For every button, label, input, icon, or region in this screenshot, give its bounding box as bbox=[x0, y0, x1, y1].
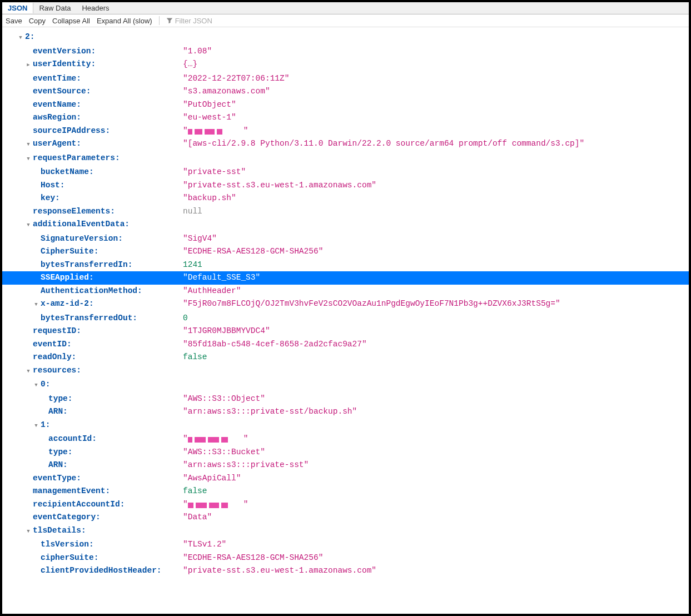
node-recipientAccountId[interactable]: recipientAccountId:"" bbox=[2, 498, 689, 511]
node-x-amz-id-2[interactable]: ▼x-amz-id-2:"F5jR0o7m8FLCOjQ/OJ2TmV3hvFe… bbox=[2, 297, 689, 312]
filter-wrap bbox=[166, 17, 242, 25]
node-tlsDetails[interactable]: ▼tlsDetails: bbox=[2, 524, 689, 539]
node-requestID[interactable]: requestID:"1TJGR0MJBBMYVDC4" bbox=[2, 325, 689, 338]
node-resources-0[interactable]: ▼0: bbox=[2, 378, 689, 393]
node-Host[interactable]: Host:"private-sst.s3.eu-west-1.amazonaws… bbox=[2, 179, 689, 192]
node-eventType[interactable]: eventType:"AwsApiCall" bbox=[2, 472, 689, 485]
value: "arn:aws:s3:::private-sst" bbox=[183, 459, 309, 472]
node-eventCategory[interactable]: eventCategory:"Data" bbox=[2, 511, 689, 524]
value: "PutObject" bbox=[183, 98, 236, 112]
value: "ECDHE-RSA-AES128-GCM-SHA256" bbox=[183, 552, 323, 565]
value: "1.08" bbox=[183, 45, 212, 58]
node-SSEApplied[interactable]: SSEApplied:"Default_SSE_S3" bbox=[2, 271, 689, 285]
tab-raw-data[interactable]: Raw Data bbox=[33, 3, 76, 13]
toolbar-divider bbox=[159, 16, 160, 25]
node-resources-0-type[interactable]: type:"AWS::S3::Object" bbox=[2, 393, 689, 406]
node-clientProvidedHostHeader[interactable]: clientProvidedHostHeader:"private-sst.s3… bbox=[2, 564, 689, 578]
value: "TLSv1.2" bbox=[183, 538, 226, 552]
node-resources-0-ARN[interactable]: ARN:"arn:aws:s3:::private-sst/backup.sh" bbox=[2, 405, 689, 419]
toggle-icon[interactable]: ▼ bbox=[33, 299, 39, 312]
value: "AuthHeader" bbox=[183, 285, 241, 298]
node-key[interactable]: key:"backup.sh" bbox=[2, 192, 689, 205]
toggle-icon[interactable]: ▼ bbox=[26, 153, 31, 166]
json-viewer: JSON Raw Data Headers Save Copy Collapse… bbox=[2, 2, 689, 614]
toggle-icon[interactable]: ▼ bbox=[18, 32, 23, 45]
toggle-icon[interactable]: ▼ bbox=[26, 138, 31, 152]
value-redacted: "" bbox=[183, 498, 248, 511]
value: null bbox=[183, 205, 202, 218]
value: "private-sst.s3.eu-west-1.amazonaws.com" bbox=[183, 564, 376, 578]
toggle-icon[interactable]: ▶ bbox=[26, 59, 31, 72]
save-button[interactable]: Save bbox=[6, 17, 22, 25]
value: "SigV4" bbox=[183, 232, 217, 246]
value: "eu-west-1" bbox=[183, 111, 236, 125]
value: "backup.sh" bbox=[183, 192, 236, 205]
toggle-icon[interactable]: ▼ bbox=[33, 420, 39, 433]
value: {…} bbox=[183, 58, 197, 71]
node-eventVersion[interactable]: eventVersion:"1.08" bbox=[2, 45, 689, 58]
node-bytesTransferredIn[interactable]: bytesTransferredIn:1241 bbox=[2, 259, 689, 272]
node-eventID[interactable]: eventID:"85fd18ab-c548-4cef-8658-2ad2cfa… bbox=[2, 338, 689, 351]
node-resources[interactable]: ▼resources: bbox=[2, 364, 689, 379]
collapse-all-button[interactable]: Collapse All bbox=[52, 17, 90, 25]
node-managementEvent[interactable]: managementEvent:false bbox=[2, 485, 689, 498]
view-tabs: JSON Raw Data Headers bbox=[2, 2, 689, 14]
node-responseElements[interactable]: responseElements:null bbox=[2, 205, 689, 218]
node-bytesTransferredOut[interactable]: bytesTransferredOut:0 bbox=[2, 312, 689, 325]
tab-json[interactable]: JSON bbox=[2, 3, 33, 13]
value: "85fd18ab-c548-4cef-8658-2ad2cfac9a27" bbox=[183, 338, 367, 351]
toggle-icon[interactable]: ▼ bbox=[26, 365, 31, 379]
value: "Data" bbox=[183, 511, 212, 524]
node-eventSource[interactable]: eventSource:"s3.amazonaws.com" bbox=[2, 85, 689, 98]
filter-icon bbox=[166, 17, 173, 24]
node-eventName[interactable]: eventName:"PutObject" bbox=[2, 98, 689, 112]
copy-button[interactable]: Copy bbox=[29, 17, 46, 25]
node-bucketName[interactable]: bucketName:"private-sst" bbox=[2, 166, 689, 179]
value-redacted: "" bbox=[183, 433, 248, 446]
value-redacted: "" bbox=[183, 125, 248, 138]
node-CipherSuite[interactable]: CipherSuite:"ECDHE-RSA-AES128-GCM-SHA256… bbox=[2, 245, 689, 259]
toggle-icon[interactable]: ▼ bbox=[26, 219, 31, 232]
node-userAgent[interactable]: ▼userAgent:"[aws-cli/2.9.8 Python/3.11.0… bbox=[2, 137, 689, 152]
value: "private-sst.s3.eu-west-1.amazonaws.com" bbox=[183, 179, 376, 192]
value: false bbox=[183, 485, 207, 498]
toggle-icon[interactable]: ▼ bbox=[33, 379, 39, 393]
node-SignatureVersion[interactable]: SignatureVersion:"SigV4" bbox=[2, 232, 689, 246]
node-sourceIPAddress[interactable]: sourceIPAddress:"" bbox=[2, 125, 689, 138]
value: "s3.amazonaws.com" bbox=[183, 85, 270, 98]
json-tree[interactable]: ▼2: eventVersion:"1.08" ▶userIdentity:{…… bbox=[2, 27, 689, 581]
value: "AWS::S3::Object" bbox=[183, 393, 265, 406]
node-resources-1[interactable]: ▼1: bbox=[2, 419, 689, 433]
value: "[aws-cli/2.9.8 Python/3.11.0 Darwin/22.… bbox=[183, 137, 584, 151]
toggle-icon[interactable]: ▼ bbox=[26, 525, 31, 539]
value: "1TJGR0MJBBMYVDC4" bbox=[183, 325, 270, 338]
value: "F5jR0o7m8FLCOjQ/OJ2TmV3hvFeV2sCO2VOazAu… bbox=[183, 297, 560, 311]
value: "ECDHE-RSA-AES128-GCM-SHA256" bbox=[183, 245, 323, 259]
node-readOnly[interactable]: readOnly:false bbox=[2, 351, 689, 364]
node-resources-1-accountId[interactable]: accountId:"" bbox=[2, 433, 689, 446]
node-tlsVersion[interactable]: tlsVersion:"TLSv1.2" bbox=[2, 538, 689, 552]
value: "private-sst" bbox=[183, 166, 246, 179]
node-awsRegion[interactable]: awsRegion:"eu-west-1" bbox=[2, 111, 689, 125]
value: "AwsApiCall" bbox=[183, 472, 241, 485]
value: "2022-12-22T07:06:11Z" bbox=[183, 72, 289, 86]
node-resources-1-type[interactable]: type:"AWS::S3::Bucket" bbox=[2, 446, 689, 459]
node-AuthenticationMethod[interactable]: AuthenticationMethod:"AuthHeader" bbox=[2, 285, 689, 298]
node-additionalEventData[interactable]: ▼additionalEventData: bbox=[2, 218, 689, 232]
tab-headers[interactable]: Headers bbox=[76, 3, 115, 13]
filter-input[interactable] bbox=[175, 17, 242, 25]
node-resources-1-ARN[interactable]: ARN:"arn:aws:s3:::private-sst" bbox=[2, 459, 689, 472]
expand-all-button[interactable]: Expand All (slow) bbox=[97, 17, 152, 25]
value: "Default_SSE_S3" bbox=[183, 271, 260, 285]
node-eventTime[interactable]: eventTime:"2022-12-22T07:06:11Z" bbox=[2, 72, 689, 86]
value: 1241 bbox=[183, 259, 202, 272]
toolbar: Save Copy Collapse All Expand All (slow) bbox=[2, 14, 689, 27]
value: 0 bbox=[183, 312, 188, 325]
value: "arn:aws:s3:::private-sst/backup.sh" bbox=[183, 405, 357, 419]
value: false bbox=[183, 351, 207, 364]
node-cipherSuite[interactable]: cipherSuite:"ECDHE-RSA-AES128-GCM-SHA256… bbox=[2, 552, 689, 565]
node-userIdentity[interactable]: ▶userIdentity:{…} bbox=[2, 58, 689, 72]
value: "AWS::S3::Bucket" bbox=[183, 446, 265, 459]
node-requestParameters[interactable]: ▼requestParameters: bbox=[2, 152, 689, 166]
node-2[interactable]: ▼2: bbox=[2, 31, 689, 45]
